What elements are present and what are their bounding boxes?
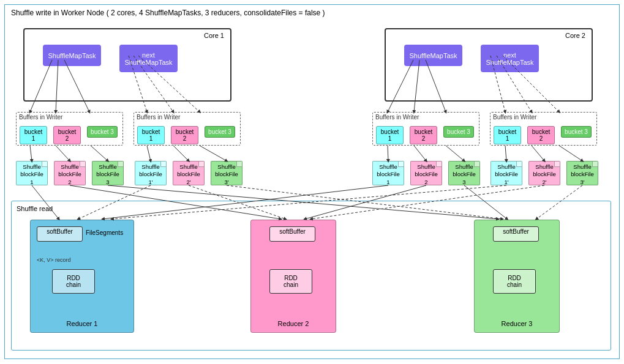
bucket-3-2: bucket 2 [410,126,437,144]
buffer-box-1: Buffers in Writer bucket 1 bucket 2 buck… [16,112,123,146]
rdd-chain-3: RDDchain [493,269,536,294]
svg-line-22 [446,146,464,161]
core2-box: Core 2 ShuffleMapTask nextShuffleMapTask [385,28,593,102]
bf-2-1: ShuffleblockFile 1' [135,161,167,185]
bf-3-2: ShuffleblockFile 2 [410,161,442,185]
task4: nextShuffleMapTask [481,45,539,72]
buffer-box-3: Buffers in Writer bucket 1 bucket 2 buck… [372,112,479,146]
buffer-box-4: Buffers in Writer bucket 1 bucket 2 buck… [490,112,597,146]
shuffle-read-box: Shuffle read softBuffer <K, V> record RD… [11,201,611,351]
svg-line-17 [147,146,151,161]
record-text-1: <K, V> record [37,257,71,263]
reducer2-label: Reducer 2 [251,320,336,327]
bucket-4-2: bucket 2 [527,126,555,144]
reducer1-box: softBuffer <K, V> record RDDchain FileSe… [30,220,134,333]
bucket-1-1: bucket 1 [20,126,47,144]
task3: ShuffleMapTask [404,45,462,66]
bucket-1-3: bucket 3 [87,126,118,138]
bucket-4-3: bucket 3 [561,126,592,138]
softbuffer-2: softBuffer [269,226,315,242]
main-diagram: Shuffle write in Worker Node ( 2 cores, … [4,4,620,359]
core2-label: Core 2 [565,32,585,39]
svg-line-21 [414,146,426,161]
bf-4-3: ShuffleblockFile 3' [566,161,598,185]
svg-line-24 [532,146,544,161]
bf-4-2: ShuffleblockFile 2' [528,161,560,185]
svg-line-20 [388,146,388,161]
bf-2-2: ShuffleblockFile 2' [173,161,205,185]
diagram-title: Shuffle write in Worker Node ( 2 cores, … [11,9,325,17]
task2: nextShuffleMapTask [119,45,178,72]
svg-line-23 [505,146,506,161]
bf-4-1: ShuffleblockFile 1' [491,161,522,185]
bf-3-1: ShuffleblockFile 1 [372,161,404,185]
buffer-label-4: Buffers in Writer [493,114,536,121]
reducer3-box: softBuffer RDDchain Reducer 3 [474,220,560,333]
bucket-2-1: bucket 1 [137,126,165,144]
rdd-chain-1: RDDchain [52,269,95,294]
buffer-label-3: Buffers in Writer [375,114,419,121]
bucket-2-3: bucket 3 [205,126,235,138]
rdd-chain-2: RDDchain [269,269,312,294]
core1-label: Core 1 [204,32,224,39]
bucket-4-1: bucket 1 [494,126,521,144]
task1: ShuffleMapTask [43,45,101,66]
bucket-3-1: bucket 1 [376,126,404,144]
bf-1-2: ShuffleblockFile 2 [54,161,86,185]
shuffle-read-label: Shuffle read [17,205,53,212]
bf-2-3: ShuffleblockFile 3' [211,161,242,185]
softbuffer-1: softBuffer [37,226,83,242]
bf-1-3: ShuffleblockFile 3 [92,161,124,185]
svg-line-18 [173,146,189,161]
bucket-3-3: bucket 3 [443,126,474,138]
buffer-box-2: Buffers in Writer bucket 1 bucket 2 buck… [133,112,241,146]
softbuffer-3: softBuffer [493,226,539,242]
svg-line-16 [91,146,108,161]
buffer-label-2: Buffers in Writer [137,114,180,121]
reducer2-box: softBuffer RDDchain Reducer 2 [250,220,336,333]
reducer3-label: Reducer 3 [475,320,559,327]
bf-1-1: ShuffleblockFile 1 [16,161,48,185]
svg-line-25 [559,146,582,161]
bucket-1-2: bucket 2 [53,126,81,144]
buffer-label-1: Buffers in Writer [19,114,62,121]
reducer1-label: Reducer 1 [31,320,133,327]
svg-line-14 [30,146,32,161]
svg-line-19 [200,146,227,161]
bucket-2-2: bucket 2 [171,126,198,144]
file-segments-label: FileSegments [86,229,123,236]
svg-line-15 [56,146,70,161]
bf-3-3: ShuffleblockFile 3 [448,161,480,185]
core1-box: Core 1 ShuffleMapTask nextShuffleMapTask [23,28,231,102]
